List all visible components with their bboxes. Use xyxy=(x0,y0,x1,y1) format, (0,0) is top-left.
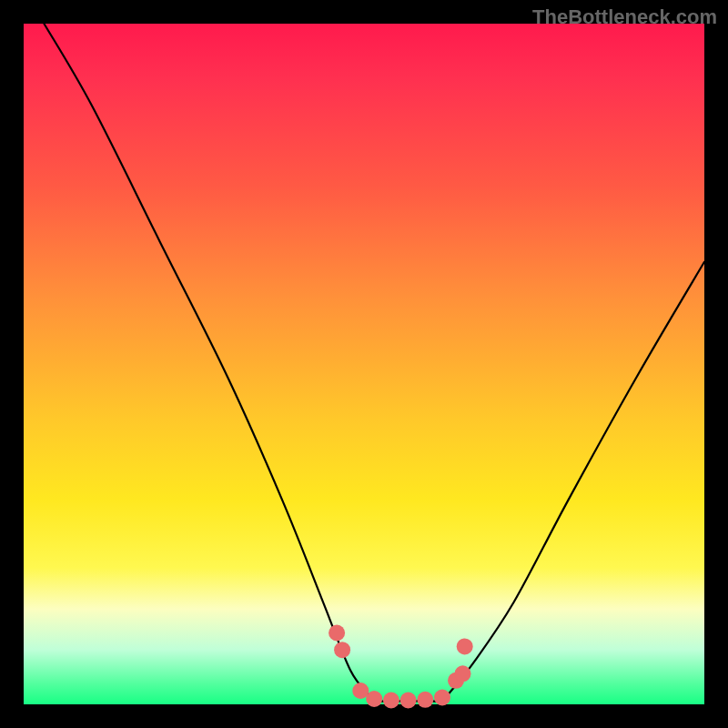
data-marker xyxy=(329,625,345,642)
data-marker xyxy=(366,691,382,707)
data-marker xyxy=(400,693,417,709)
data-marker xyxy=(383,693,399,709)
bottleneck-curve xyxy=(44,24,704,702)
chart-svg xyxy=(24,24,704,704)
data-marker xyxy=(417,692,433,708)
data-marker xyxy=(455,665,471,682)
data-marker xyxy=(457,638,473,654)
marker-group xyxy=(329,625,473,709)
curve-group xyxy=(44,24,704,702)
data-marker xyxy=(334,642,350,658)
data-marker xyxy=(352,682,369,699)
watermark-text: TheBottleneck.com xyxy=(532,5,717,29)
bottleneck-chart xyxy=(24,24,704,704)
data-marker xyxy=(434,690,450,706)
